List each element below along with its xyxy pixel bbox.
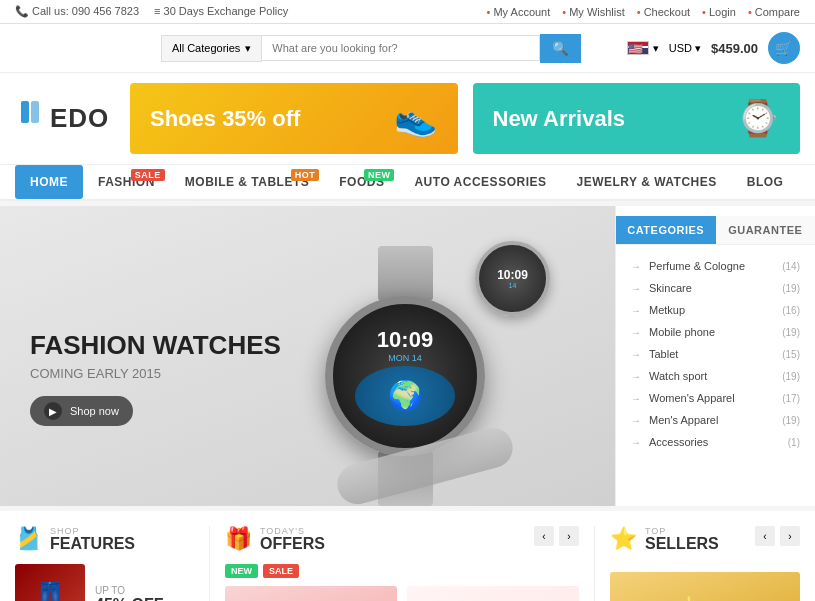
category-skincare[interactable]: →Skincare (19) xyxy=(616,277,815,299)
banner-shoes[interactable]: Shoes 35% off 👟 xyxy=(130,83,458,154)
category-name: Tablet xyxy=(649,348,678,360)
banner-new-arrivals[interactable]: New Arrivals ⌚ xyxy=(473,83,801,154)
category-count: (14) xyxy=(782,261,800,272)
hero-title: FASHION WATCHES xyxy=(30,330,281,361)
mobile-badge: HOT xyxy=(291,169,320,181)
category-perfume[interactable]: →Perfume & Cologne (14) xyxy=(616,255,815,277)
category-mens[interactable]: →Men's Apparel (19) xyxy=(616,409,815,431)
nav-fashion[interactable]: FASHION SALE xyxy=(83,165,170,199)
nav-home[interactable]: HOME xyxy=(15,165,83,199)
shop-now-button[interactable]: ▶ Shop now xyxy=(30,396,133,426)
sellers-section: ⭐ TOP SELLERS ‹ › 🍾 xyxy=(610,526,800,601)
search-bar: All Categories ▾ 🔍 🇺🇸 ▾ USD ▾ $459.00 🛒 xyxy=(0,24,815,73)
category-name: Perfume & Cologne xyxy=(649,260,745,272)
category-name: Accessories xyxy=(649,436,708,448)
logo-text: EDO xyxy=(50,103,109,134)
category-metkup[interactable]: →Metkup (16) xyxy=(616,299,815,321)
offer-product-2[interactable]: 👩‍🦱 xyxy=(407,586,579,601)
exchange-icon: ≡ xyxy=(154,5,160,17)
offer-product-image-1: 👩 xyxy=(225,586,397,601)
banner-shoes-text: Shoes 35% off xyxy=(150,106,300,132)
cart-icon: 🛒 xyxy=(775,40,792,56)
nav-foods[interactable]: FOODS NEW xyxy=(324,165,399,199)
wishlist-link[interactable]: My Wishlist xyxy=(562,6,624,18)
feature-image: 👖 xyxy=(15,564,85,601)
checkout-link[interactable]: Checkout xyxy=(637,6,690,18)
navigation: HOME FASHION SALE MOBILE & TABLETS HOT F… xyxy=(0,165,815,201)
offers-prev[interactable]: ‹ xyxy=(534,526,554,546)
offer-product-1[interactable]: 👩 xyxy=(225,586,397,601)
sellers-prev[interactable]: ‹ xyxy=(755,526,775,546)
nav-mobile-tablets[interactable]: MOBILE & TABLETS HOT xyxy=(170,165,324,199)
category-count: (19) xyxy=(782,371,800,382)
play-icon: ▶ xyxy=(44,402,62,420)
seller-product-1[interactable]: 🍾 xyxy=(610,572,800,601)
category-tablet[interactable]: →Tablet (15) xyxy=(616,343,815,365)
nav-blog[interactable]: BLOG xyxy=(732,165,799,199)
offer-products: 👩 👩‍🦱 xyxy=(225,586,579,601)
category-list: →Perfume & Cologne (14) →Skincare (19) →… xyxy=(616,255,815,453)
phone-number: Call us: 090 456 7823 xyxy=(32,5,139,17)
my-account-link[interactable]: My Account xyxy=(487,6,551,18)
features-section: 🎽 SHOP FEATURES 👖 UP TO 45% OFF 🧥 Plasti… xyxy=(15,526,210,601)
sellers-icon: ⭐ xyxy=(610,526,637,552)
category-count: (15) xyxy=(782,349,800,360)
offers-nav: ‹ › xyxy=(534,526,579,546)
category-womens[interactable]: →Women's Apparel (17) xyxy=(616,387,815,409)
login-link[interactable]: Login xyxy=(702,6,736,18)
sellers-title: SELLERS xyxy=(645,536,719,552)
cart-amount: $459.00 xyxy=(711,41,758,56)
phone-info: 📞 Call us: 090 456 7823 xyxy=(15,5,139,18)
offer-badges: NEW SALE xyxy=(225,564,579,578)
category-select[interactable]: All Categories ▾ xyxy=(161,35,262,62)
tab-categories[interactable]: CATEGORIES xyxy=(616,216,716,244)
search-icon: 🔍 xyxy=(552,41,569,56)
flag-arrow: ▾ xyxy=(653,42,659,55)
offer-product-image-2: 👩‍🦱 xyxy=(407,586,579,601)
header: EDO Shoes 35% off 👟 New Arrivals ⌚ xyxy=(0,73,815,165)
nav-jewelry-watches[interactable]: JEWELRY & WATCHES xyxy=(561,165,731,199)
search-center: All Categories ▾ 🔍 xyxy=(161,34,581,63)
cart-button[interactable]: 🛒 xyxy=(768,32,800,64)
arrow-icon: → xyxy=(631,415,641,426)
currency-select[interactable]: USD ▾ xyxy=(669,42,701,55)
nav-auto-accessories[interactable]: AUTO ACCESSORIES xyxy=(399,165,561,199)
category-count: (17) xyxy=(782,393,800,404)
category-count: (1) xyxy=(788,437,800,448)
new-badge: NEW xyxy=(225,564,258,578)
sidebar: CATEGORIES GUARANTEE →Perfume & Cologne … xyxy=(615,206,815,506)
category-name: Metkup xyxy=(649,304,685,316)
search-button[interactable]: 🔍 xyxy=(540,34,581,63)
offers-header: 🎁 TODAY'S OFFERS ‹ › xyxy=(225,526,579,564)
category-name: Women's Apparel xyxy=(649,392,735,404)
category-name: Watch sport xyxy=(649,370,707,382)
flag-select[interactable]: 🇺🇸 ▾ xyxy=(627,41,659,55)
arrow-icon: → xyxy=(631,261,641,272)
bottom-section: 🎽 SHOP FEATURES 👖 UP TO 45% OFF 🧥 Plasti… xyxy=(0,511,815,601)
category-arrow: ▾ xyxy=(245,42,251,55)
sellers-next[interactable]: › xyxy=(780,526,800,546)
arrow-icon: → xyxy=(631,305,641,316)
category-name: Men's Apparel xyxy=(649,414,718,426)
arrow-icon: → xyxy=(631,437,641,448)
features-header: 🎽 SHOP FEATURES xyxy=(15,526,194,552)
currency-label: USD xyxy=(669,42,692,54)
category-watch-sport[interactable]: →Watch sport (19) xyxy=(616,365,815,387)
features-icon: 🎽 xyxy=(15,526,42,552)
search-input[interactable] xyxy=(262,35,540,61)
logo[interactable]: EDO xyxy=(15,101,115,136)
compare-link[interactable]: Compare xyxy=(748,6,800,18)
sellers-nav: ‹ › xyxy=(755,526,800,546)
feature-item: 👖 UP TO 45% OFF xyxy=(15,564,194,601)
category-mobile[interactable]: →Mobile phone (19) xyxy=(616,321,815,343)
category-accessories[interactable]: →Accessories (1) xyxy=(616,431,815,453)
banner-shoes-icon: 👟 xyxy=(394,98,438,139)
main-content: FASHION WATCHES COMING EARLY 2015 ▶ Shop… xyxy=(0,206,815,506)
hero-text: FASHION WATCHES COMING EARLY 2015 ▶ Shop… xyxy=(30,330,281,426)
shop-now-label: Shop now xyxy=(70,405,119,417)
arrow-icon: → xyxy=(631,327,641,338)
flag-icon: 🇺🇸 xyxy=(627,41,649,55)
offers-icon: 🎁 xyxy=(225,526,252,552)
offers-next[interactable]: › xyxy=(559,526,579,546)
tab-guarantee[interactable]: GUARANTEE xyxy=(716,216,816,244)
